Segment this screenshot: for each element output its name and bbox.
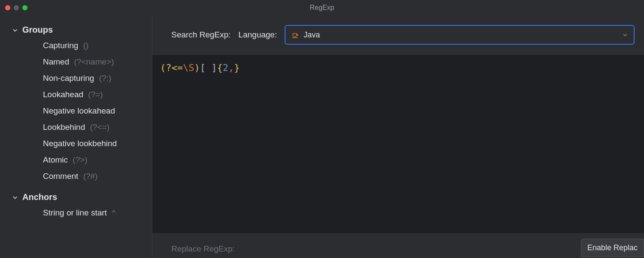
regex-editor[interactable]: (?<=\S)[ ]{2,} bbox=[152, 54, 644, 234]
tree-item-label: Comment bbox=[43, 172, 78, 181]
tree-item-hint: (?>) bbox=[73, 155, 87, 164]
tree-item-hint: (?#) bbox=[83, 172, 98, 181]
maximize-window-button[interactable] bbox=[22, 5, 27, 10]
tree-item-capturing[interactable]: Capturing () bbox=[0, 37, 152, 54]
tree-item-negative-lookbehind[interactable]: Negative lookbehind bbox=[0, 135, 152, 152]
tree-item-negative-lookahead[interactable]: Negative lookahead bbox=[0, 103, 152, 119]
tree-item-label: Named bbox=[43, 57, 69, 66]
replace-regexp-label: Replace RegExp: bbox=[171, 244, 235, 254]
tree-item-comment[interactable]: Comment (?#) bbox=[0, 168, 152, 184]
language-select[interactable]: Java bbox=[285, 25, 635, 45]
tree-group-anchors: Anchors String or line start ^ bbox=[0, 187, 152, 224]
tree-item-atomic[interactable]: Atomic (?>) bbox=[0, 152, 152, 168]
tree-item-label: Negative lookbehind bbox=[43, 139, 117, 148]
regex-token: [ ] bbox=[200, 62, 217, 73]
tree-item-label: Negative lookahead bbox=[43, 106, 115, 115]
chevron-down-icon bbox=[12, 27, 18, 33]
regex-token: (?<= bbox=[160, 62, 183, 73]
chevron-down-icon bbox=[623, 32, 628, 37]
regex-token: , bbox=[228, 62, 234, 73]
tree-item-hint: (?<name>) bbox=[74, 57, 114, 66]
regex-token: ) bbox=[194, 62, 200, 73]
tree-item-label: Capturing bbox=[43, 41, 78, 50]
tree-item-label: Lookbehind bbox=[43, 123, 85, 132]
tree-header-label: Anchors bbox=[22, 192, 57, 202]
content: Groups Capturing () Named (?<name>) Non-… bbox=[0, 15, 644, 258]
tree-item-hint: ^ bbox=[112, 208, 115, 217]
java-icon bbox=[292, 31, 299, 39]
tree-item-lookbehind[interactable]: Lookbehind (?<=) bbox=[0, 119, 152, 135]
enable-replace-button[interactable]: Enable Replac bbox=[581, 239, 644, 257]
titlebar: RegExp bbox=[0, 0, 644, 15]
tree-header-label: Groups bbox=[22, 25, 53, 35]
footer-row: Replace RegExp: bbox=[152, 234, 644, 258]
tree-item-label: Atomic bbox=[43, 155, 68, 164]
tree-item-label: Lookahead bbox=[43, 90, 83, 99]
tree-item-named[interactable]: Named (?<name>) bbox=[0, 54, 152, 70]
traffic-lights bbox=[5, 5, 27, 10]
tree-item-non-capturing[interactable]: Non-capturing (?:) bbox=[0, 70, 152, 86]
tree-group-groups: Groups Capturing () Named (?<name>) Non-… bbox=[0, 20, 152, 187]
tree-item-hint: (?<=) bbox=[90, 123, 109, 132]
tree-item-hint: (?=) bbox=[88, 90, 103, 99]
regex-token: \S bbox=[183, 62, 194, 73]
header-row: Search RegExp: Language: Java bbox=[152, 15, 644, 54]
tree-item-string-start[interactable]: String or line start ^ bbox=[0, 205, 152, 221]
main: Search RegExp: Language: Java (?<=\S)[ ]… bbox=[152, 15, 644, 258]
tree-item-label: String or line start bbox=[43, 208, 107, 217]
tree-item-label: Non-capturing bbox=[43, 74, 94, 83]
sidebar: Groups Capturing () Named (?<name>) Non-… bbox=[0, 15, 152, 258]
regex-token: 2 bbox=[223, 62, 228, 73]
regex-token: } bbox=[234, 62, 240, 73]
search-regexp-label: Search RegExp: bbox=[171, 30, 231, 40]
tree-header-groups[interactable]: Groups bbox=[0, 22, 152, 37]
tree-item-lookahead[interactable]: Lookahead (?=) bbox=[0, 86, 152, 103]
chevron-down-icon bbox=[12, 194, 18, 200]
tree-item-hint: (?:) bbox=[99, 74, 112, 83]
window-title: RegExp bbox=[310, 4, 334, 12]
tree-item-hint: () bbox=[83, 41, 89, 50]
tree-header-anchors[interactable]: Anchors bbox=[0, 190, 152, 205]
language-label: Language: bbox=[238, 30, 277, 40]
minimize-window-button[interactable] bbox=[14, 5, 19, 10]
close-window-button[interactable] bbox=[5, 5, 10, 10]
language-value: Java bbox=[304, 31, 320, 40]
regex-token: { bbox=[217, 62, 222, 73]
